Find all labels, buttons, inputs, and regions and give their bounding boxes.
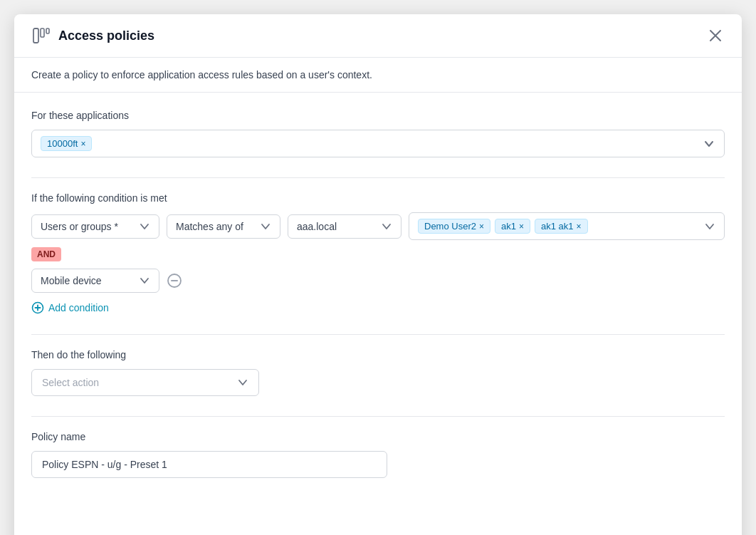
value-tag-demouser2: Demo User2 × bbox=[418, 219, 490, 234]
modal-title: Access policies bbox=[58, 28, 154, 43]
operator-chevron-icon bbox=[260, 221, 271, 232]
action-dropdown[interactable]: Select action bbox=[31, 369, 259, 396]
field-dropdown-label: Users or groups * bbox=[41, 221, 118, 232]
app-tag-10000ft: 10000ft × bbox=[41, 136, 92, 151]
close-icon bbox=[709, 29, 722, 42]
svg-rect-1 bbox=[41, 28, 44, 37]
add-condition-button[interactable]: Add condition bbox=[31, 298, 109, 317]
app-tags-container: 10000ft × bbox=[41, 136, 92, 151]
applications-select[interactable]: 10000ft × bbox=[31, 130, 725, 157]
divider-2 bbox=[31, 334, 725, 335]
add-condition-icon bbox=[31, 301, 44, 314]
value-tag-label: Demo User2 bbox=[424, 221, 476, 232]
field2-chevron-icon bbox=[139, 275, 150, 286]
value-tag-label: ak1 bbox=[501, 221, 516, 232]
operator-dropdown-label: Matches any of bbox=[176, 221, 243, 232]
field2-dropdown-label: Mobile device bbox=[41, 275, 102, 286]
values-dropdown[interactable]: Demo User2 × ak1 × ak1 ak1 × bbox=[409, 212, 725, 240]
app-tag-remove[interactable]: × bbox=[80, 140, 85, 148]
value-tag-remove[interactable]: × bbox=[479, 222, 484, 231]
domain-chevron-icon bbox=[381, 221, 392, 232]
divider-3 bbox=[31, 416, 725, 417]
policy-name-input[interactable] bbox=[31, 451, 387, 478]
action-section: Then do the following Select action bbox=[31, 349, 725, 396]
field2-dropdown[interactable]: Mobile device bbox=[31, 269, 159, 293]
domain-dropdown-label: aaa.local bbox=[297, 221, 337, 232]
applications-chevron-icon bbox=[703, 137, 715, 150]
remove-icon bbox=[167, 273, 182, 289]
value-tag-ak1: ak1 × bbox=[495, 219, 530, 234]
policy-name-label: Policy name bbox=[31, 431, 725, 442]
svg-rect-2 bbox=[46, 28, 49, 33]
values-tags-container: Demo User2 × ak1 × ak1 ak1 × bbox=[418, 219, 698, 234]
domain-dropdown[interactable]: aaa.local bbox=[288, 214, 401, 239]
values-chevron-icon bbox=[704, 221, 715, 232]
modal-body: For these applications 10000ft × If the … bbox=[14, 93, 742, 507]
value-tag-label: ak1 ak1 bbox=[541, 221, 574, 232]
conditions-label: If the following condition is met bbox=[31, 192, 725, 204]
applications-section: For these applications 10000ft × bbox=[31, 110, 725, 157]
policy-name-section: Policy name bbox=[31, 431, 725, 478]
condition-row-1: Users or groups * Matches any of aaa.loc… bbox=[31, 212, 725, 240]
field-chevron-icon bbox=[139, 221, 150, 232]
value-tag-remove[interactable]: × bbox=[577, 222, 582, 231]
access-policies-modal: Access policies Create a policy to enfor… bbox=[14, 14, 742, 535]
action-chevron-icon bbox=[237, 377, 248, 388]
app-tag-label: 10000ft bbox=[47, 138, 78, 149]
conditions-section: If the following condition is met Users … bbox=[31, 192, 725, 317]
action-label: Then do the following bbox=[31, 349, 725, 360]
action-placeholder: Select action bbox=[42, 377, 99, 388]
add-condition-label: Add condition bbox=[48, 302, 109, 313]
divider-1 bbox=[31, 177, 725, 178]
app-icon bbox=[31, 26, 51, 46]
modal-subtitle: Create a policy to enforce application a… bbox=[14, 58, 742, 93]
value-tag-ak1ak1: ak1 ak1 × bbox=[535, 219, 588, 234]
condition-row-2: Mobile device bbox=[31, 269, 725, 293]
operator-dropdown[interactable]: Matches any of bbox=[167, 214, 280, 239]
and-badge: AND bbox=[31, 247, 61, 261]
modal-header: Access policies bbox=[14, 14, 742, 58]
close-button[interactable] bbox=[706, 26, 725, 45]
header-left: Access policies bbox=[31, 26, 154, 46]
svg-rect-0 bbox=[33, 28, 38, 43]
field-dropdown[interactable]: Users or groups * bbox=[31, 214, 159, 239]
applications-label: For these applications bbox=[31, 110, 725, 121]
remove-condition-button[interactable] bbox=[167, 273, 182, 289]
value-tag-remove[interactable]: × bbox=[519, 222, 524, 231]
